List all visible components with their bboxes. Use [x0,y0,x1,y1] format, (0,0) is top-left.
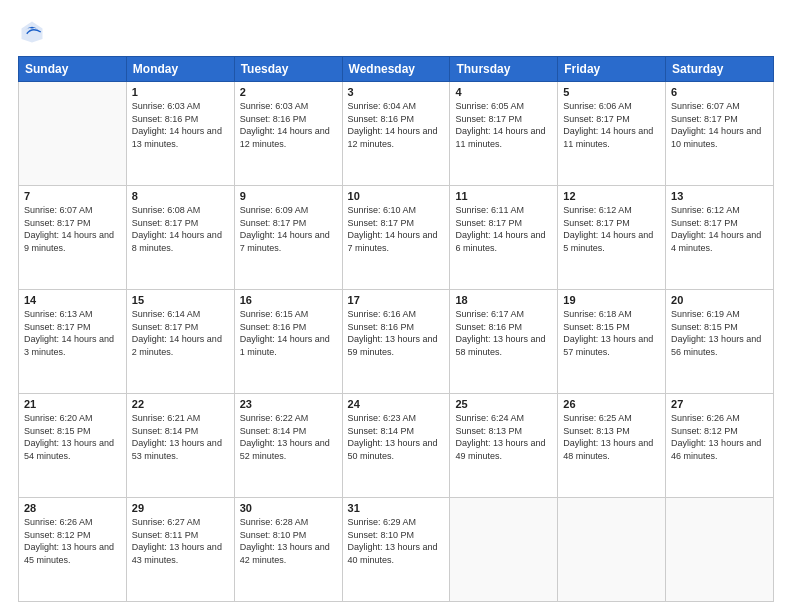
week-row-2: 14Sunrise: 6:13 AMSunset: 8:17 PMDayligh… [19,290,774,394]
day-info: Sunrise: 6:11 AMSunset: 8:17 PMDaylight:… [455,204,552,254]
day-number: 8 [132,190,229,202]
day-info: Sunrise: 6:08 AMSunset: 8:17 PMDaylight:… [132,204,229,254]
day-info: Sunrise: 6:25 AMSunset: 8:13 PMDaylight:… [563,412,660,462]
calendar-header-row: SundayMondayTuesdayWednesdayThursdayFrid… [19,57,774,82]
day-info: Sunrise: 6:24 AMSunset: 8:13 PMDaylight:… [455,412,552,462]
day-number: 9 [240,190,337,202]
day-info: Sunrise: 6:07 AMSunset: 8:17 PMDaylight:… [24,204,121,254]
day-number: 5 [563,86,660,98]
calendar-table: SundayMondayTuesdayWednesdayThursdayFrid… [18,56,774,602]
day-number: 11 [455,190,552,202]
day-info: Sunrise: 6:14 AMSunset: 8:17 PMDaylight:… [132,308,229,358]
calendar-cell [558,498,666,602]
day-number: 7 [24,190,121,202]
day-number: 16 [240,294,337,306]
day-info: Sunrise: 6:06 AMSunset: 8:17 PMDaylight:… [563,100,660,150]
calendar-cell: 12Sunrise: 6:12 AMSunset: 8:17 PMDayligh… [558,186,666,290]
calendar-cell: 21Sunrise: 6:20 AMSunset: 8:15 PMDayligh… [19,394,127,498]
day-number: 3 [348,86,445,98]
week-row-1: 7Sunrise: 6:07 AMSunset: 8:17 PMDaylight… [19,186,774,290]
calendar-cell: 22Sunrise: 6:21 AMSunset: 8:14 PMDayligh… [126,394,234,498]
calendar-cell: 13Sunrise: 6:12 AMSunset: 8:17 PMDayligh… [666,186,774,290]
day-info: Sunrise: 6:10 AMSunset: 8:17 PMDaylight:… [348,204,445,254]
day-info: Sunrise: 6:04 AMSunset: 8:16 PMDaylight:… [348,100,445,150]
calendar-cell: 7Sunrise: 6:07 AMSunset: 8:17 PMDaylight… [19,186,127,290]
day-number: 15 [132,294,229,306]
header-day-sunday: Sunday [19,57,127,82]
day-number: 18 [455,294,552,306]
day-info: Sunrise: 6:18 AMSunset: 8:15 PMDaylight:… [563,308,660,358]
calendar-cell: 19Sunrise: 6:18 AMSunset: 8:15 PMDayligh… [558,290,666,394]
day-number: 10 [348,190,445,202]
calendar-cell: 2Sunrise: 6:03 AMSunset: 8:16 PMDaylight… [234,82,342,186]
calendar-cell: 27Sunrise: 6:26 AMSunset: 8:12 PMDayligh… [666,394,774,498]
day-number: 30 [240,502,337,514]
day-info: Sunrise: 6:07 AMSunset: 8:17 PMDaylight:… [671,100,768,150]
day-number: 17 [348,294,445,306]
week-row-0: 1Sunrise: 6:03 AMSunset: 8:16 PMDaylight… [19,82,774,186]
svg-marker-0 [22,22,43,43]
day-number: 26 [563,398,660,410]
day-info: Sunrise: 6:26 AMSunset: 8:12 PMDaylight:… [24,516,121,566]
day-info: Sunrise: 6:12 AMSunset: 8:17 PMDaylight:… [671,204,768,254]
logo [18,18,50,46]
calendar-cell: 10Sunrise: 6:10 AMSunset: 8:17 PMDayligh… [342,186,450,290]
day-number: 6 [671,86,768,98]
calendar-cell: 3Sunrise: 6:04 AMSunset: 8:16 PMDaylight… [342,82,450,186]
calendar-cell: 1Sunrise: 6:03 AMSunset: 8:16 PMDaylight… [126,82,234,186]
day-number: 1 [132,86,229,98]
day-info: Sunrise: 6:03 AMSunset: 8:16 PMDaylight:… [132,100,229,150]
day-number: 13 [671,190,768,202]
day-number: 14 [24,294,121,306]
calendar-cell: 4Sunrise: 6:05 AMSunset: 8:17 PMDaylight… [450,82,558,186]
day-number: 31 [348,502,445,514]
day-info: Sunrise: 6:29 AMSunset: 8:10 PMDaylight:… [348,516,445,566]
day-number: 25 [455,398,552,410]
week-row-3: 21Sunrise: 6:20 AMSunset: 8:15 PMDayligh… [19,394,774,498]
header-day-saturday: Saturday [666,57,774,82]
calendar-cell: 14Sunrise: 6:13 AMSunset: 8:17 PMDayligh… [19,290,127,394]
day-number: 2 [240,86,337,98]
calendar-cell: 16Sunrise: 6:15 AMSunset: 8:16 PMDayligh… [234,290,342,394]
day-info: Sunrise: 6:19 AMSunset: 8:15 PMDaylight:… [671,308,768,358]
day-info: Sunrise: 6:23 AMSunset: 8:14 PMDaylight:… [348,412,445,462]
day-number: 24 [348,398,445,410]
day-number: 23 [240,398,337,410]
calendar-cell: 9Sunrise: 6:09 AMSunset: 8:17 PMDaylight… [234,186,342,290]
day-number: 28 [24,502,121,514]
calendar-cell: 29Sunrise: 6:27 AMSunset: 8:11 PMDayligh… [126,498,234,602]
logo-icon [18,18,46,46]
calendar-cell [450,498,558,602]
calendar-cell [666,498,774,602]
calendar-cell: 24Sunrise: 6:23 AMSunset: 8:14 PMDayligh… [342,394,450,498]
day-info: Sunrise: 6:16 AMSunset: 8:16 PMDaylight:… [348,308,445,358]
day-info: Sunrise: 6:13 AMSunset: 8:17 PMDaylight:… [24,308,121,358]
day-info: Sunrise: 6:22 AMSunset: 8:14 PMDaylight:… [240,412,337,462]
calendar-cell: 30Sunrise: 6:28 AMSunset: 8:10 PMDayligh… [234,498,342,602]
page: SundayMondayTuesdayWednesdayThursdayFrid… [0,0,792,612]
header-day-wednesday: Wednesday [342,57,450,82]
day-info: Sunrise: 6:28 AMSunset: 8:10 PMDaylight:… [240,516,337,566]
calendar-cell [19,82,127,186]
calendar-cell: 31Sunrise: 6:29 AMSunset: 8:10 PMDayligh… [342,498,450,602]
calendar-cell: 23Sunrise: 6:22 AMSunset: 8:14 PMDayligh… [234,394,342,498]
day-number: 20 [671,294,768,306]
calendar-cell: 26Sunrise: 6:25 AMSunset: 8:13 PMDayligh… [558,394,666,498]
day-info: Sunrise: 6:17 AMSunset: 8:16 PMDaylight:… [455,308,552,358]
day-number: 27 [671,398,768,410]
calendar-cell: 17Sunrise: 6:16 AMSunset: 8:16 PMDayligh… [342,290,450,394]
day-info: Sunrise: 6:12 AMSunset: 8:17 PMDaylight:… [563,204,660,254]
day-info: Sunrise: 6:05 AMSunset: 8:17 PMDaylight:… [455,100,552,150]
calendar-cell: 28Sunrise: 6:26 AMSunset: 8:12 PMDayligh… [19,498,127,602]
calendar-cell: 6Sunrise: 6:07 AMSunset: 8:17 PMDaylight… [666,82,774,186]
calendar-cell: 20Sunrise: 6:19 AMSunset: 8:15 PMDayligh… [666,290,774,394]
header-day-thursday: Thursday [450,57,558,82]
day-info: Sunrise: 6:09 AMSunset: 8:17 PMDaylight:… [240,204,337,254]
day-number: 4 [455,86,552,98]
calendar-cell: 18Sunrise: 6:17 AMSunset: 8:16 PMDayligh… [450,290,558,394]
day-number: 19 [563,294,660,306]
day-info: Sunrise: 6:21 AMSunset: 8:14 PMDaylight:… [132,412,229,462]
week-row-4: 28Sunrise: 6:26 AMSunset: 8:12 PMDayligh… [19,498,774,602]
header-day-friday: Friday [558,57,666,82]
calendar-cell: 25Sunrise: 6:24 AMSunset: 8:13 PMDayligh… [450,394,558,498]
